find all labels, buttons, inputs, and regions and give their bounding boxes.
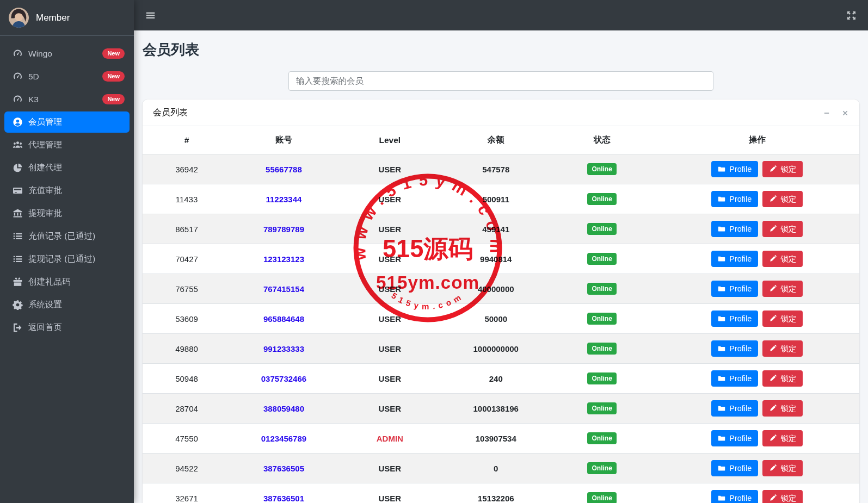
pencil-icon xyxy=(769,195,777,203)
lock-button[interactable]: 锁定 xyxy=(762,400,803,417)
close-icon[interactable] xyxy=(841,109,849,117)
new-badge: New xyxy=(102,71,125,82)
lock-button[interactable]: 锁定 xyxy=(762,251,803,267)
sidebar-item-create-agent[interactable]: 创建代理 xyxy=(4,157,130,178)
lock-button[interactable]: 锁定 xyxy=(762,311,803,327)
table-row: 28704 388059480 USER 1000138196 Online P… xyxy=(143,394,859,424)
sidebar-item-recharge-records[interactable]: 充值记录 (已通过) xyxy=(4,226,130,247)
account-link[interactable]: 387636505 xyxy=(263,464,304,473)
sidebar-item-recharge-approval[interactable]: 充值审批 xyxy=(4,180,130,201)
hamburger-icon[interactable] xyxy=(145,10,156,21)
sidebar-item-withdraw-records[interactable]: 提现记录 (已通过) xyxy=(4,249,130,270)
sidebar-item-wingo[interactable]: Wingo New xyxy=(4,43,130,64)
status-badge: Online xyxy=(587,462,616,474)
pencil-icon xyxy=(769,464,777,472)
member-id: 11433 xyxy=(143,184,231,214)
member-id: 28704 xyxy=(143,394,231,424)
user-panel[interactable]: Member xyxy=(0,0,134,36)
sidebar-item-withdraw-approval[interactable]: 提现审批 xyxy=(4,203,130,224)
sidebar-item-label: 创建礼品码 xyxy=(28,276,71,288)
account-link[interactable]: 55667788 xyxy=(266,165,302,174)
account-link[interactable]: 0123456789 xyxy=(261,434,306,443)
account-link[interactable]: 0375732466 xyxy=(261,374,306,383)
sidebar-item-label: 创建代理 xyxy=(28,162,62,173)
column-header: 余额 xyxy=(443,126,549,154)
lock-button[interactable]: 锁定 xyxy=(762,460,803,476)
lock-button[interactable]: 锁定 xyxy=(762,191,803,207)
list-icon xyxy=(13,231,23,241)
sidebar-item-system-settings[interactable]: 系统设置 xyxy=(4,294,130,315)
account-link[interactable]: 11223344 xyxy=(266,195,301,204)
profile-button[interactable]: Profile xyxy=(711,490,758,503)
member-table: #账号Level余额状态操作 36942 55667788 USER 54757… xyxy=(143,126,859,503)
account-link[interactable]: 789789789 xyxy=(263,225,304,234)
member-balance: 240 xyxy=(443,364,549,394)
profile-button[interactable]: Profile xyxy=(711,460,758,476)
account-link[interactable]: 123123123 xyxy=(263,254,304,264)
member-level: USER xyxy=(337,184,443,214)
sidebar-item-member-management[interactable]: 会员管理 xyxy=(4,111,130,133)
folder-icon xyxy=(718,225,725,233)
pencil-icon xyxy=(769,285,777,293)
table-row: 11433 11223344 USER 500911 Online Profil… xyxy=(143,184,859,214)
pencil-icon xyxy=(769,345,777,352)
lock-button[interactable]: 锁定 xyxy=(762,161,803,177)
folder-icon xyxy=(718,345,725,352)
member-balance: 103907534 xyxy=(443,424,549,454)
lock-button[interactable]: 锁定 xyxy=(762,340,803,357)
column-header: 状态 xyxy=(549,126,655,154)
status-badge: Online xyxy=(587,313,616,325)
table-row: 36942 55667788 USER 547578 Online Profil… xyxy=(143,154,859,184)
tachometer-icon xyxy=(13,48,23,59)
sidebar-item-label: 充值审批 xyxy=(28,185,62,196)
collapse-minus-icon[interactable] xyxy=(823,109,830,117)
pencil-icon xyxy=(769,434,777,442)
profile-button[interactable]: Profile xyxy=(711,430,758,446)
account-link[interactable]: 388059480 xyxy=(263,404,304,413)
sidebar-item-agent-management[interactable]: 代理管理 xyxy=(4,134,130,156)
profile-button[interactable]: Profile xyxy=(711,281,758,297)
sidebar-item-label: 提现记录 (已通过) xyxy=(28,253,95,265)
profile-button[interactable]: Profile xyxy=(711,400,758,417)
gift-icon xyxy=(13,277,23,287)
member-balance: 9940814 xyxy=(443,244,549,274)
lock-button[interactable]: 锁定 xyxy=(762,281,803,297)
account-link[interactable]: 387636501 xyxy=(263,494,304,503)
profile-button[interactable]: Profile xyxy=(711,340,758,357)
sidebar-item-label: 提现审批 xyxy=(28,208,62,219)
member-id: 70427 xyxy=(143,244,231,274)
profile-button[interactable]: Profile xyxy=(711,221,758,237)
lock-button[interactable]: 锁定 xyxy=(762,370,803,387)
column-header: # xyxy=(143,126,231,154)
table-row: 94522 387636505 USER 0 Online Profile 锁定 xyxy=(143,454,859,483)
folder-icon xyxy=(718,315,725,322)
lock-button[interactable]: 锁定 xyxy=(762,430,803,446)
sidebar-item-label: 充值记录 (已通过) xyxy=(28,231,95,242)
credit-card-icon xyxy=(13,185,23,196)
profile-button[interactable]: Profile xyxy=(711,370,758,387)
sidebar-item-5d[interactable]: 5D New xyxy=(4,66,130,87)
profile-button[interactable]: Profile xyxy=(711,251,758,267)
profile-button[interactable]: Profile xyxy=(711,311,758,327)
topbar xyxy=(134,0,868,30)
account-link[interactable]: 767415154 xyxy=(263,284,304,294)
profile-button[interactable]: Profile xyxy=(711,161,758,177)
search-input[interactable] xyxy=(288,71,713,91)
profile-button[interactable]: Profile xyxy=(711,191,758,207)
member-level: USER xyxy=(337,454,443,483)
status-badge: Online xyxy=(587,163,616,175)
lock-button[interactable]: 锁定 xyxy=(762,490,803,503)
sidebar-item-back-home[interactable]: 返回首页 xyxy=(4,317,130,338)
folder-icon xyxy=(718,195,725,203)
table-row: 32671 387636501 USER 15132206 Online Pro… xyxy=(143,483,859,503)
sidebar-item-label: 会员管理 xyxy=(28,116,62,128)
folder-icon xyxy=(718,375,725,382)
account-link[interactable]: 991233333 xyxy=(263,344,304,353)
sidebar-item-create-gift-code[interactable]: 创建礼品码 xyxy=(4,271,130,293)
sidebar-item-k3[interactable]: K3 New xyxy=(4,89,130,110)
table-row: 47550 0123456789 ADMIN 103907534 Online … xyxy=(143,424,859,454)
lock-button[interactable]: 锁定 xyxy=(762,221,803,237)
account-link[interactable]: 965884648 xyxy=(263,314,304,324)
fullscreen-expand-icon[interactable] xyxy=(846,10,857,21)
page-title: 会员列表 xyxy=(143,40,859,59)
